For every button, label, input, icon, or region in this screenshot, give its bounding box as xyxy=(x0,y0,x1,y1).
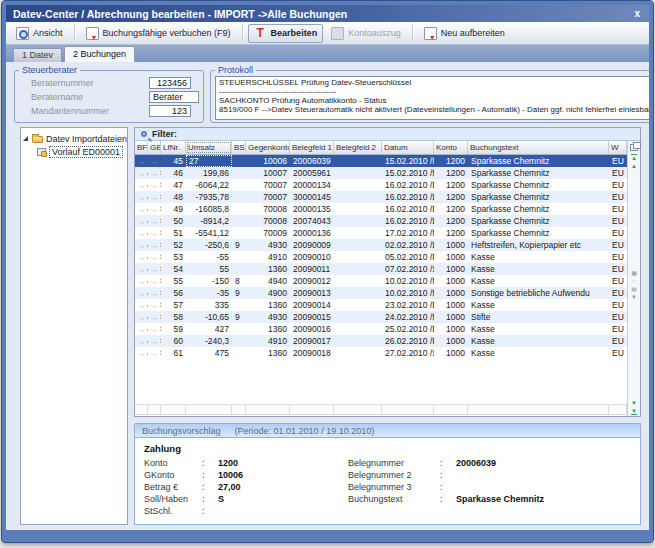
vorschlag-header: Buchungsvorschlag (Periode: 01.01.2010 /… xyxy=(134,423,641,437)
column-header-w[interactable]: W xyxy=(609,141,627,154)
cell-w: EU xyxy=(609,347,627,359)
tree-expander-icon[interactable] xyxy=(23,136,28,141)
protokoll-group: Protokoll STEUERSCHLÜSSEL Prüfung Datev-… xyxy=(210,65,649,123)
table-row[interactable]: →✓→∗48-7935,78700073000014516.02.2010 /D… xyxy=(135,191,627,203)
tab-datev[interactable]: 1 Datev xyxy=(13,48,62,62)
close-button[interactable]: x xyxy=(632,8,642,19)
vorlauf-file-icon xyxy=(37,148,46,156)
cell-datum: 16.02.2010 /Di xyxy=(382,191,434,203)
column-header-bs[interactable]: BS xyxy=(232,141,246,154)
tree-node-importdateien[interactable]: Datev Importdateien xyxy=(23,132,125,145)
beratername-field[interactable] xyxy=(149,91,199,103)
table-row[interactable]: →✓→∗545513602009001107.02.2010 /So1000Ka… xyxy=(135,263,627,275)
cell-lfnr: 57 xyxy=(161,299,186,311)
gebucht-status-icon: →∗ xyxy=(148,323,161,335)
field-label: Buchungstext xyxy=(348,494,440,504)
filter-funnel-icon[interactable]: ▼ xyxy=(631,294,637,300)
column-chooser-icon[interactable] xyxy=(630,142,639,150)
table-row[interactable]: →✓→∗5942713602009001625.02.2010 /Do1000K… xyxy=(135,323,627,335)
column-header-gb[interactable]: GB xyxy=(148,141,161,154)
grid-body: →✓→∗4527100062000603915.02.2010 /Mo1200S… xyxy=(135,155,627,359)
table-row[interactable]: →✓→∗49-16085,8700082000013516.02.2010 /D… xyxy=(135,203,627,215)
cell-lfnr: 46 xyxy=(161,167,186,179)
cell-w: EU xyxy=(609,167,627,179)
cell-konto: 1000 xyxy=(434,239,468,251)
table-row[interactable]: →✓→∗55-150849402009001210.02.2010 /Mi100… xyxy=(135,275,627,287)
table-row[interactable]: →✓→∗47-6064,22700072000013416.02.2010 /D… xyxy=(135,179,627,191)
go-first-icon[interactable]: ▲ xyxy=(631,154,637,161)
table-row[interactable]: →✓→∗51-5541,12700092000013617.02.2010 /M… xyxy=(135,227,627,239)
table-row[interactable]: →✓→∗46199,86100072000596115.02.2010 /Mo1… xyxy=(135,167,627,179)
table-row[interactable]: →✓→∗58-10,65949302009001524.02.2010 /Mi1… xyxy=(135,311,627,323)
field-colon: : xyxy=(202,470,218,480)
grid-filter-row[interactable]: Filter: xyxy=(135,128,640,141)
cell-b2 xyxy=(334,335,382,347)
cell-text: Heftstreifen, Kopierpapier etc xyxy=(468,239,609,251)
tab-buchungen[interactable]: 2 Buchungen xyxy=(64,46,135,62)
column-header-lfnr[interactable]: LfNr. xyxy=(161,141,186,154)
title-bar: Datev-Center / Abrechnung bearbeiten - I… xyxy=(6,5,649,22)
column-header-b1[interactable]: Belegfeld 1 xyxy=(290,141,334,154)
column-header-bf[interactable]: BF xyxy=(135,141,148,154)
cell-w: EU xyxy=(609,203,627,215)
cell-umsatz: 27 xyxy=(186,155,232,167)
cell-datum: 16.02.2010 /Di xyxy=(382,203,434,215)
cell-bs xyxy=(232,167,246,179)
footer-cell xyxy=(290,404,334,415)
cell-umsatz: 335 xyxy=(186,299,232,311)
footer-cell xyxy=(246,404,290,415)
folder-icon xyxy=(32,136,43,143)
columns-icon[interactable]: ▦ xyxy=(631,270,637,276)
footer-cell xyxy=(609,404,627,415)
column-header-datum[interactable]: Datum xyxy=(382,141,434,154)
cell-konto: 1200 xyxy=(434,179,468,191)
cell-bs xyxy=(232,179,246,191)
verbuchen-button[interactable]: Buchungsfähige verbuchen (F9) xyxy=(80,24,237,43)
footer-cell xyxy=(135,404,148,415)
beraternummer-field[interactable] xyxy=(149,77,191,89)
mandantennummer-field[interactable] xyxy=(149,105,191,117)
bearbeiten-label: Bearbeiten xyxy=(271,28,318,38)
column-header-gk[interactable]: Gegenkonto xyxy=(246,141,290,154)
table-row[interactable]: →✓→∗53-5549102009001005.02.2010 /Fr1000K… xyxy=(135,251,627,263)
tree-node-vorlauf[interactable]: Vorlauf ED00001 xyxy=(23,145,125,158)
cell-bs xyxy=(232,299,246,311)
view-magnifier-icon xyxy=(16,27,29,40)
cell-lfnr: 53 xyxy=(161,251,186,263)
edit-tool-icon: T xyxy=(254,27,267,40)
column-header-konto[interactable]: Konto xyxy=(434,141,468,154)
ansicht-button[interactable]: Ansicht xyxy=(10,24,69,43)
neu-aufbereiten-button[interactable]: Neu aufbereiten xyxy=(418,24,511,43)
cell-bs xyxy=(232,215,246,227)
cell-bs xyxy=(232,347,246,359)
kontoauszug-label: Kontoauszug xyxy=(348,28,401,38)
bookmark-icon[interactable]: ▤ xyxy=(631,286,637,292)
column-header-text[interactable]: Buchungstext xyxy=(468,141,609,154)
cell-text: Kasse xyxy=(468,335,609,347)
cell-bs: 8 xyxy=(232,275,246,287)
cell-b1: 20090018 xyxy=(290,347,334,359)
table-row[interactable]: →✓→∗56-35949002009001310.02.2010 /Mi1000… xyxy=(135,287,627,299)
table-row[interactable]: →✓→∗5733513602009001423.02.2010 /Di1000K… xyxy=(135,299,627,311)
cell-datum: 16.02.2010 /Di xyxy=(382,179,434,191)
go-next-icon[interactable]: ▼ xyxy=(631,400,637,406)
cell-konto: 1200 xyxy=(434,167,468,179)
table-row[interactable]: →✓→∗60-240,349102009001726.02.2010 /Fr10… xyxy=(135,335,627,347)
statement-icon xyxy=(331,27,344,40)
go-last-icon[interactable]: ▼ xyxy=(631,408,637,415)
grid-footer-row xyxy=(135,404,627,415)
go-previous-icon[interactable]: ▲ xyxy=(631,163,637,169)
cell-datum: 10.02.2010 /Mi xyxy=(382,287,434,299)
table-row[interactable]: →✓→∗4527100062000603915.02.2010 /Mo1200S… xyxy=(135,155,627,167)
column-header-b2[interactable]: Belegfeld 2 xyxy=(334,141,382,154)
bearbeiten-button[interactable]: T Bearbeiten xyxy=(248,24,324,43)
gebucht-status-icon: →∗ xyxy=(148,239,161,251)
table-row[interactable]: →✓→∗52-250,6949302009000902.02.2010 /Di1… xyxy=(135,239,627,251)
table-row[interactable]: →✓→∗6147513602009001827.02.2010 /Sa1000K… xyxy=(135,347,627,359)
column-header-umsatz[interactable]: Umsatz xyxy=(186,141,232,154)
table-row[interactable]: →✓→∗50-8914,2700082007404316.02.2010 /Di… xyxy=(135,215,627,227)
zoom-icon[interactable]: ◌ xyxy=(632,278,636,284)
cell-lfnr: 55 xyxy=(161,275,186,287)
vorschlag-periode: (Periode: 01.01.2010 / 19.10.2010) xyxy=(235,426,375,436)
cell-w: EU xyxy=(609,155,627,167)
